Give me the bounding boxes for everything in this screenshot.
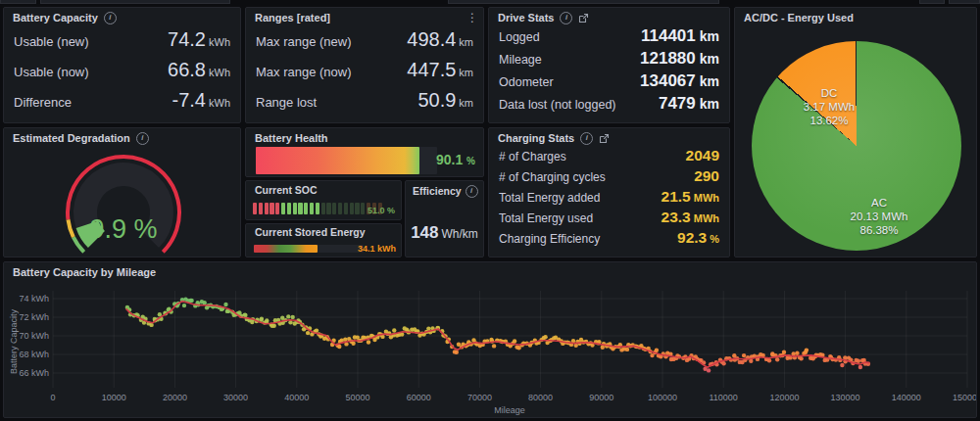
info-icon[interactable]: i — [104, 12, 117, 24]
soc-segment — [332, 203, 336, 214]
stat-value: 2049 — [686, 147, 719, 164]
stat-row: Odometer134067km — [499, 71, 719, 91]
panel-title[interactable]: Drive Stats — [498, 12, 554, 23]
soc-segment-bar[interactable] — [253, 203, 382, 214]
panel-battery-capacity: Battery Capacityi Usable (new)74.2kWhUsa… — [3, 7, 241, 123]
cropped-toolbar-fragment[interactable] — [40, 0, 230, 4]
stat-value: 498.4km — [407, 28, 473, 51]
stat-rows: Max range (new)498.4kmMax range (now)447… — [246, 24, 483, 121]
soc-segment — [361, 203, 365, 214]
panel-menu-icon[interactable]: ⋮ — [466, 11, 478, 24]
stat-unit: km — [700, 51, 719, 67]
panel-efficiency: Efficiencyi 148Wh/km — [405, 180, 484, 257]
stat-unit: km — [700, 73, 719, 89]
health-bar-track[interactable] — [256, 147, 437, 174]
stat-label: Mileage — [499, 53, 542, 67]
x-tick-label: 30000 — [223, 393, 248, 402]
soc-segment — [265, 203, 269, 214]
cropped-toolbar-fragment[interactable] — [448, 0, 719, 4]
info-icon[interactable]: i — [466, 185, 478, 198]
y-tick-label: 74 kWh — [19, 294, 49, 304]
y-tick-label: 68 kWh — [19, 350, 49, 359]
pie-label-ac: AC 20.13 MWh 86.38% — [830, 196, 928, 237]
stat-row: Mileage121880km — [499, 49, 719, 69]
gauge-chart[interactable]: 9.9 % — [4, 144, 241, 257]
stat-unit: kWh — [209, 97, 230, 109]
stat-label: # of Charging cycles — [499, 170, 606, 184]
soc-segment — [270, 203, 273, 214]
stat-label: Logged — [499, 30, 540, 44]
x-tick-label: 70000 — [467, 393, 492, 402]
stat-unit: km — [700, 96, 719, 112]
soc-segment — [259, 203, 263, 214]
stat-row: Difference-7.4kWh — [14, 89, 230, 112]
cropped-toolbar-fragment[interactable] — [949, 0, 980, 4]
panel-title[interactable]: Charging Stats — [498, 132, 574, 144]
soc-segment — [275, 203, 279, 214]
stat-label: # of Charges — [499, 150, 566, 164]
scatter-chart[interactable]: 66 kWh68 kWh70 kWh72 kWh74 kWh0100002000… — [4, 279, 977, 418]
stat-rows: Usable (new)74.2kWhUsable (now)66.8kWhDi… — [4, 24, 240, 121]
stat-label: Total Energy used — [499, 211, 593, 225]
panel-capacity-by-mileage: Battery Capacity by Mileage 66 kWh68 kWh… — [3, 261, 977, 418]
panel-drive-stats: Drive Statsi Logged114401kmMileage121880… — [488, 7, 730, 123]
stat-value: 92.3% — [677, 229, 719, 247]
stat-row: Charging Efficiency92.3% — [499, 229, 719, 247]
panel-title[interactable]: Battery Capacity — [13, 12, 98, 23]
stat-label: Odometer — [499, 75, 554, 89]
stat-value: 447.5km — [407, 59, 473, 81]
stat-unit: km — [700, 28, 719, 44]
cropped-toolbar-fragment[interactable] — [0, 0, 36, 4]
panel-title[interactable]: Battery Health — [255, 132, 328, 144]
stat-unit: kWh — [209, 67, 230, 78]
x-tick-label: 0 — [50, 393, 55, 402]
panel-title[interactable]: Estimated Degradation — [13, 132, 130, 144]
efficiency-value: 148Wh/km — [406, 223, 483, 243]
panel-title[interactable]: Battery Capacity by Mileage — [13, 266, 156, 278]
trend-line — [126, 302, 870, 368]
stat-row: Total Energy added21.5MWh — [499, 188, 719, 206]
stat-value: 7479km — [659, 94, 719, 114]
y-tick-label: 66 kWh — [19, 368, 49, 378]
cropped-toolbar-fragment[interactable] — [919, 0, 945, 4]
stat-unit: kWh — [209, 36, 230, 48]
panel-title[interactable]: AC/DC - Energy Used — [744, 12, 854, 23]
panel-ranges: Ranges [rated] ⋮ Max range (new)498.4kmM… — [245, 7, 484, 123]
stat-label: Charging Efficiency — [499, 232, 600, 246]
soc-segment — [316, 203, 319, 214]
panel-charging-stats: Charging Statsi # of Charges2049# of Cha… — [488, 127, 730, 257]
soc-segment — [338, 203, 342, 214]
panel-title[interactable]: Current Stored Energy — [255, 226, 366, 238]
external-link-icon[interactable] — [578, 13, 589, 23]
soc-segment — [321, 203, 325, 214]
stat-value: 66.8kWh — [168, 59, 230, 81]
panel-acdc-energy-used: AC/DC - Energy Used DC 3.17 MWh 13.62% A… — [734, 7, 977, 257]
stat-label: Range lost — [256, 95, 317, 110]
stat-rows: Logged114401kmMileage121880kmOdometer134… — [489, 24, 729, 121]
stat-value: -7.4kWh — [172, 89, 230, 112]
health-bar-fill — [256, 147, 419, 174]
x-tick-label: 140000 — [892, 393, 921, 402]
energy-bar-fill — [254, 245, 318, 253]
soc-value: 51.0 % — [368, 206, 395, 215]
stat-row: # of Charges2049 — [499, 147, 719, 164]
stat-value: 23.3MWh — [662, 209, 719, 226]
info-icon[interactable]: i — [580, 132, 593, 145]
panel-title[interactable]: Ranges [rated] — [255, 12, 330, 23]
panel-title[interactable]: Current SOC — [255, 184, 318, 196]
panel-title[interactable]: Efficiency — [413, 185, 462, 197]
stat-row: Data lost (not logged)7479km — [499, 94, 719, 114]
panel-estimated-degradation: Estimated Degradationi 9.9 % — [3, 127, 241, 257]
stat-unit: MWh — [694, 212, 719, 224]
stat-value: 134067km — [640, 71, 719, 91]
x-axis-label: Mileage — [494, 405, 525, 415]
stat-value: 21.5MWh — [662, 188, 719, 206]
x-tick-label: 40000 — [284, 393, 309, 402]
dashboard: Battery Capacityi Usable (new)74.2kWhUsa… — [0, 0, 980, 421]
info-icon[interactable]: i — [560, 12, 572, 24]
soc-segment — [293, 203, 297, 214]
external-link-icon[interactable] — [599, 133, 610, 144]
energy-bar-track[interactable] — [254, 245, 364, 253]
info-icon[interactable]: i — [136, 132, 149, 145]
stat-row: Logged114401km — [499, 26, 719, 46]
